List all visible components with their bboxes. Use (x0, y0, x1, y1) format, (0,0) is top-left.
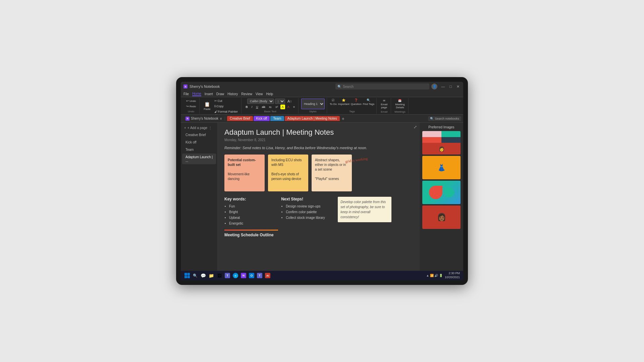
notebook-tab-bar: N Sherry's Notebook ∨ Creative Brief Kic… (181, 115, 463, 123)
page-item-adaptum[interactable]: Adaptum Launch | ... (182, 154, 216, 164)
tab-kickoff[interactable]: Kick off (254, 116, 270, 121)
menu-history[interactable]: History (227, 92, 238, 96)
bold-button[interactable]: B (244, 105, 249, 109)
ribbon-styles-group: Heading 1 Heading 2 Styles (299, 98, 327, 114)
ribbon-email-group: ✉ Emailpage Email (377, 98, 391, 114)
underline-button[interactable]: U (255, 105, 260, 109)
search-placeholder: Search (343, 85, 354, 88)
color-palette-note: Develop color palette from this set of p… (338, 197, 391, 222)
align-button[interactable]: ≡ (292, 105, 296, 109)
keyword-energetic: Energetic (229, 221, 274, 226)
sticky-note-1-line1: Potential custom-built set (228, 158, 256, 167)
format-painter-button[interactable]: 🖌 Format Painter (213, 109, 239, 114)
notebook-name-label[interactable]: N Sherry's Notebook ∨ (183, 117, 225, 121)
superscript-button[interactable]: x² (274, 105, 279, 109)
ai-taskbar-icon[interactable]: Ai (265, 273, 271, 279)
tablet-frame: N Sherry's Notebook 🔍 Search 👤 — □ ✕ Fil… (176, 77, 468, 285)
outlook-icon[interactable]: O (249, 273, 255, 279)
italic-button[interactable]: I (250, 105, 254, 109)
undo-button[interactable]: ↩ Undo (185, 99, 197, 103)
preferred-images-title: Preferred Images (422, 125, 461, 129)
search-bar[interactable]: 🔍 Search (335, 83, 429, 89)
tablet-screen: N Sherry's Notebook 🔍 Search 👤 — □ ✕ Fil… (181, 82, 463, 280)
note-date: Monday, November 8, 2021 (224, 138, 413, 142)
sticky-note-1: Potential custom-built set Movement-like… (224, 155, 265, 191)
page-item-kickoff[interactable]: Kick off (182, 139, 216, 146)
highlight-button[interactable]: A (280, 105, 285, 109)
sticky-note-2-line1: Including ECU shots with MS (271, 158, 302, 167)
ribbon-undo-group: ↩ Undo ↪ Redo Undo (183, 98, 200, 114)
window-controls: 👤 — □ ✕ (431, 83, 461, 89)
meeting-details-button[interactable]: 📅 MeetingDetails (394, 99, 406, 110)
search-notebooks[interactable]: 🔍 Search notebooks (428, 116, 461, 121)
font-select[interactable]: Calibri (Body) (247, 99, 274, 104)
page-item-creative-brief[interactable]: Creative Brief (182, 131, 216, 138)
next-steps-section: Next Steps! Design review sign-ups Confi… (281, 197, 331, 226)
email-page-button[interactable]: ✉ Emailpage (379, 99, 389, 110)
step-color-palette: Confirm color palette (286, 209, 331, 215)
avatar[interactable]: 👤 (431, 83, 437, 89)
close-button[interactable]: ✕ (455, 84, 461, 89)
clock: 2:30 PM 10/20/2021 (445, 272, 460, 279)
grow-font-button[interactable]: A↑ (286, 99, 293, 104)
search-nb-icon: 🔍 (430, 117, 434, 120)
windows-logo[interactable] (184, 273, 190, 279)
search-icon: 🔍 (337, 85, 341, 88)
files-taskbar-icon[interactable]: 📁 (208, 273, 214, 279)
app-logo: N (183, 84, 187, 88)
keyword-bright: Bright (229, 209, 274, 215)
meetings-group-label: Meetings (394, 110, 405, 113)
menu-help[interactable]: Help (266, 92, 273, 96)
minimize-button[interactable]: — (440, 84, 446, 88)
menu-file[interactable]: File (183, 92, 189, 96)
sticky-note-3-line2: "Playful" scenes (315, 177, 339, 181)
cut-button[interactable]: ✂ Cut (213, 99, 239, 103)
keyword-fun: Fun (229, 203, 274, 209)
menu-view[interactable]: View (256, 92, 263, 96)
page-list: + + Add a page ⋮ Creative Brief Kick off… (181, 123, 218, 271)
redo-button[interactable]: ↪ Redo (185, 104, 197, 109)
styles-group-label: Styles (309, 110, 317, 113)
clock-date: 10/20/2021 (445, 276, 460, 280)
search-taskbar-icon[interactable]: 🔍 (192, 273, 198, 279)
preferred-image-4: 👩🏾 (422, 205, 461, 229)
keywords-list: Fun Bright Upbeat Energetic (224, 203, 274, 226)
menu-draw[interactable]: Draw (216, 92, 224, 96)
style-select[interactable]: Heading 1 Heading 2 (301, 99, 325, 109)
sticky-note-2: Including ECU shots with MS Bird's-eye s… (268, 155, 308, 191)
menu-bar: File Home Insert Draw History Review Vie… (181, 91, 463, 97)
copy-button[interactable]: ⎘ Copy (213, 104, 239, 109)
search-nb-placeholder: Search notebooks (435, 117, 459, 120)
edge-icon[interactable]: e (232, 273, 238, 279)
teams-icon[interactable]: T (224, 273, 230, 279)
paste-button[interactable]: 📋 Paste (202, 99, 212, 113)
add-page-label: + Add a page (187, 126, 207, 130)
maximize-button[interactable]: □ (448, 84, 453, 88)
menu-insert[interactable]: Insert (205, 92, 213, 96)
step-design-review: Design review sign-ups (286, 203, 331, 209)
tab-adaptum[interactable]: Adaptum Launch | Meeting Notes (285, 116, 340, 121)
sticky-notes-row: Potential custom-built set Movement-like… (224, 155, 413, 191)
teams-taskbar-icon[interactable]: T (257, 273, 263, 279)
onenote-taskbar-icon[interactable]: N (240, 273, 247, 279)
menu-review[interactable]: Review (241, 92, 252, 96)
taskbar-right: ▲ 📶 🔊 🔋 2:30 PM 10/20/2021 (426, 272, 460, 279)
chat-taskbar-icon[interactable]: 💬 (200, 273, 206, 279)
tab-team[interactable]: Team (270, 116, 284, 121)
right-panel: Preferred Images 👩 (420, 123, 463, 271)
ribbon-clipboard-group: 📋 Paste ✂ Cut ⎘ Copy 🖌 Format Painter Cl… (200, 98, 241, 114)
add-page-button[interactable]: + + Add a page ⋮ (181, 125, 217, 131)
page-item-team[interactable]: Team (182, 146, 216, 153)
menu-home[interactable]: Home (192, 92, 201, 96)
expand-button[interactable]: ⤢ (414, 125, 417, 129)
gallery-taskbar-icon[interactable]: 🖼 (216, 273, 222, 279)
font-size-select[interactable]: 21 (275, 99, 285, 104)
preferred-image-3 (422, 181, 461, 204)
taskbar-left: 🔍 💬 📁 🖼 T e N O T (184, 273, 424, 279)
add-tab-button[interactable]: + (340, 116, 346, 121)
strikethrough-button[interactable]: ab (261, 105, 267, 109)
tab-creative-brief[interactable]: Creative Brief (227, 116, 253, 121)
color-palette-section: Develop color palette from this set of p… (338, 197, 413, 226)
subscript-button[interactable]: x₂ (268, 105, 273, 109)
font-color-button[interactable]: A (286, 105, 291, 109)
